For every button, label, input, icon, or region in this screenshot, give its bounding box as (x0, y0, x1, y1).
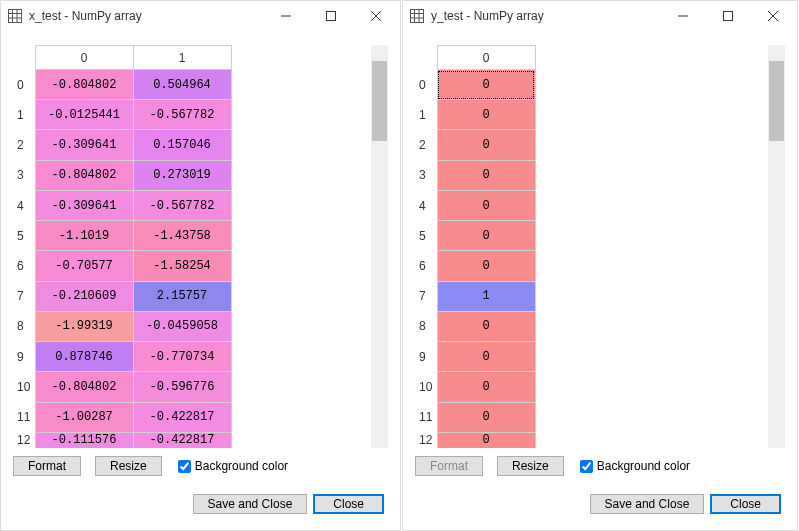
array-cell[interactable]: -0.804802 (35, 160, 133, 190)
row-header[interactable]: 6 (415, 251, 437, 281)
row-header[interactable]: 5 (13, 221, 35, 251)
row-header[interactable]: 3 (13, 160, 35, 190)
array-cell[interactable]: -0.770734 (133, 342, 231, 372)
array-cell[interactable]: -0.0459058 (133, 311, 231, 341)
array-cell[interactable]: 0 (437, 221, 535, 251)
array-cell[interactable]: -0.210609 (35, 281, 133, 311)
save-and-close-button[interactable]: Save and Close (193, 494, 308, 514)
row-header[interactable]: 12 (13, 432, 35, 448)
array-cell[interactable]: 0.504964 (133, 70, 231, 100)
array-cell[interactable]: -1.00287 (35, 402, 133, 432)
row-header[interactable]: 5 (415, 221, 437, 251)
array-cell[interactable]: 0 (437, 190, 535, 220)
row-header[interactable]: 9 (415, 342, 437, 372)
column-header[interactable]: 1 (133, 46, 231, 70)
array-cell[interactable]: -0.804802 (35, 372, 133, 402)
column-header[interactable]: 0 (35, 46, 133, 70)
row-header[interactable]: 4 (13, 190, 35, 220)
maximize-button[interactable] (705, 2, 750, 30)
resize-button[interactable]: Resize (497, 456, 564, 476)
row-header[interactable]: 9 (13, 342, 35, 372)
minimize-button[interactable] (263, 2, 308, 30)
row-header[interactable]: 10 (415, 372, 437, 402)
array-cell[interactable]: -0.309641 (35, 130, 133, 160)
maximize-button[interactable] (308, 2, 353, 30)
background-color-checkbox[interactable]: Background color (580, 459, 690, 473)
array-cell[interactable]: -0.596776 (133, 372, 231, 402)
array-cell[interactable]: 0 (437, 70, 535, 100)
array-cell[interactable]: -0.0125441 (35, 100, 133, 130)
background-color-input[interactable] (580, 460, 593, 473)
close-dialog-button[interactable]: Close (313, 494, 384, 514)
array-cell[interactable]: 1 (437, 281, 535, 311)
close-button[interactable] (353, 2, 398, 30)
save-and-close-button[interactable]: Save and Close (590, 494, 705, 514)
vertical-scrollbar[interactable] (371, 45, 388, 448)
array-cell[interactable]: -0.309641 (35, 190, 133, 220)
array-cell[interactable]: -0.567782 (133, 190, 231, 220)
row-header[interactable]: 3 (415, 160, 437, 190)
svg-rect-0 (9, 10, 22, 23)
array-cell[interactable]: 0 (437, 342, 535, 372)
vertical-scrollbar[interactable] (768, 45, 785, 448)
row-header[interactable]: 7 (415, 281, 437, 311)
scroll-thumb[interactable] (769, 61, 784, 141)
titlebar[interactable]: y_test - NumPy array (403, 1, 797, 31)
minimize-button[interactable] (660, 2, 705, 30)
array-cell[interactable]: 0.273019 (133, 160, 231, 190)
array-cell[interactable]: 0 (437, 251, 535, 281)
row-header[interactable]: 11 (415, 402, 437, 432)
row-header[interactable]: 8 (415, 311, 437, 341)
table-row: 90 (415, 342, 535, 372)
array-cell[interactable]: 0 (437, 402, 535, 432)
array-cell[interactable]: -1.43758 (133, 221, 231, 251)
array-cell[interactable]: 0 (437, 160, 535, 190)
array-cell[interactable]: 0 (437, 372, 535, 402)
array-cell[interactable]: -0.804802 (35, 70, 133, 100)
array-cell[interactable]: -0.422817 (133, 402, 231, 432)
table-row: 100 (415, 372, 535, 402)
row-header[interactable]: 1 (415, 100, 437, 130)
background-color-input[interactable] (178, 460, 191, 473)
row-header[interactable]: 0 (13, 70, 35, 100)
row-header[interactable]: 6 (13, 251, 35, 281)
row-header[interactable]: 0 (415, 70, 437, 100)
array-cell[interactable]: 0 (437, 130, 535, 160)
row-header[interactable]: 4 (415, 190, 437, 220)
array-cell[interactable]: -1.99319 (35, 311, 133, 341)
array-cell[interactable]: 0.157046 (133, 130, 231, 160)
table-row: 00 (415, 70, 535, 100)
table-row: 3-0.8048020.273019 (13, 160, 231, 190)
titlebar[interactable]: x_test - NumPy array (1, 1, 400, 31)
array-cell[interactable]: -1.58254 (133, 251, 231, 281)
array-cell[interactable]: 0 (437, 432, 535, 448)
array-table[interactable]: 000102030405060718090100110120 (415, 45, 536, 448)
resize-button[interactable]: Resize (95, 456, 162, 476)
array-cell[interactable]: 0.878746 (35, 342, 133, 372)
array-cell[interactable]: 0 (437, 311, 535, 341)
row-header[interactable]: 12 (415, 432, 437, 448)
scroll-thumb[interactable] (372, 61, 387, 141)
background-color-checkbox[interactable]: Background color (178, 459, 288, 473)
close-dialog-button[interactable]: Close (710, 494, 781, 514)
row-header[interactable]: 7 (13, 281, 35, 311)
row-header[interactable]: 8 (13, 311, 35, 341)
array-table[interactable]: 010-0.8048020.5049641-0.0125441-0.567782… (13, 45, 232, 448)
row-header[interactable]: 2 (415, 130, 437, 160)
row-header[interactable]: 10 (13, 372, 35, 402)
array-cell[interactable]: -0.422817 (133, 432, 231, 448)
column-header[interactable]: 0 (437, 46, 535, 70)
array-cell[interactable]: 0 (437, 100, 535, 130)
close-button[interactable] (750, 2, 795, 30)
array-cell[interactable]: 2.15757 (133, 281, 231, 311)
format-button[interactable]: Format (13, 456, 81, 476)
format-button[interactable]: Format (415, 456, 483, 476)
row-header[interactable]: 2 (13, 130, 35, 160)
row-header[interactable]: 1 (13, 100, 35, 130)
array-cell[interactable]: -0.111576 (35, 432, 133, 448)
array-cell[interactable]: -0.70577 (35, 251, 133, 281)
array-cell[interactable]: -0.567782 (133, 100, 231, 130)
row-header[interactable]: 11 (13, 402, 35, 432)
array-cell[interactable]: -1.1019 (35, 221, 133, 251)
table-row: 110 (415, 402, 535, 432)
